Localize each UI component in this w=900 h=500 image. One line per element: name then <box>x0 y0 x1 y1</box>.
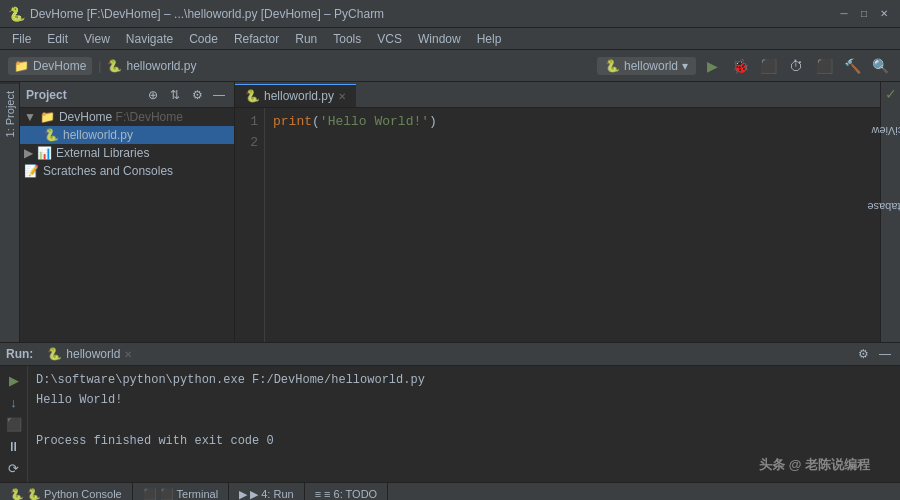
run-button[interactable]: ▶ <box>700 54 724 78</box>
coverage-button[interactable]: ⬛ <box>756 54 780 78</box>
editor-tab-helloworld[interactable]: 🐍 helloworld.py ✕ <box>235 84 356 107</box>
tree-item-helloworld[interactable]: 🐍 helloworld.py <box>20 126 234 144</box>
file-tab-toolbar[interactable]: 🐍 helloworld.py <box>107 59 196 73</box>
menubar: FileEditViewNavigateCodeRefactorRunTools… <box>0 28 900 50</box>
output-line-4: Process finished with exit code 0 <box>36 431 892 451</box>
bottom-tabs: 🐍 🐍 Python Console ⬛ ⬛ Terminal ▶ ▶ 4: R… <box>0 482 900 500</box>
code-line-2 <box>273 133 872 154</box>
line-numbers: 1 2 <box>235 108 265 342</box>
right-strip: ✓ SciView Database <box>880 82 900 342</box>
sciview-tab[interactable]: SciView <box>865 121 900 141</box>
hide-btn[interactable]: — <box>210 86 228 104</box>
minimize-btn[interactable]: ─ <box>836 6 852 22</box>
chevron-down-icon: ▾ <box>682 59 688 73</box>
run-rerun-btn[interactable]: ⟳ <box>4 458 24 478</box>
run-toolbar: Run: 🐍 helloworld ✕ ⚙ — <box>0 343 900 366</box>
menu-item-navigate[interactable]: Navigate <box>118 28 181 50</box>
menu-item-code[interactable]: Code <box>181 28 226 50</box>
expand-icon-ext: ▶ <box>24 146 33 160</box>
tab-label: helloworld.py <box>264 89 334 103</box>
run-down-btn[interactable]: ↓ <box>4 392 24 412</box>
menu-item-help[interactable]: Help <box>469 28 510 50</box>
scratch-icon: 📝 <box>24 164 39 178</box>
database-tab[interactable]: Database <box>861 196 900 216</box>
menu-item-window[interactable]: Window <box>410 28 469 50</box>
close-btn[interactable]: ✕ <box>876 6 892 22</box>
terminal-tab[interactable]: ⬛ ⬛ Terminal <box>133 483 229 501</box>
menu-item-edit[interactable]: Edit <box>39 28 76 50</box>
project-toolbar: Project ⊕ ⇅ ⚙ — <box>20 82 234 108</box>
devhome-label: DevHome F:\DevHome <box>59 110 183 124</box>
title-icon: 🐍 <box>8 6 24 22</box>
run-play-btn[interactable]: ▶ <box>4 370 24 390</box>
project-button[interactable]: 📁 DevHome <box>8 57 92 75</box>
project-icon: 📁 <box>14 59 29 73</box>
ext-lib-label: External Libraries <box>56 146 149 160</box>
py-file-icon: 🐍 <box>44 128 59 142</box>
project-panel: Project ⊕ ⇅ ⚙ — ▼ 📁 DevHome F:\DevHome 🐍… <box>20 82 235 342</box>
folder-icon: 📁 <box>40 110 55 124</box>
run-side-buttons: ▶ ↓ ⬛ ⏸ ⟳ <box>0 366 28 482</box>
run-config-dropdown[interactable]: 🐍 helloworld ▾ <box>597 57 696 75</box>
todo-tab[interactable]: ≡ ≡ 6: TODO <box>305 483 389 501</box>
editor-tabs: 🐍 helloworld.py ✕ <box>235 82 880 108</box>
tab-close-icon[interactable]: ✕ <box>338 91 346 102</box>
maximize-btn[interactable]: □ <box>856 6 872 22</box>
tree-item-scratches[interactable]: 📝 Scratches and Consoles <box>20 162 234 180</box>
run-config-label: helloworld <box>624 59 678 73</box>
file-icon-toolbar: 🐍 <box>107 59 122 73</box>
run-pause-btn[interactable]: ⏸ <box>4 436 24 456</box>
run-label: Run: <box>6 347 33 361</box>
window-controls: ─ □ ✕ <box>836 6 892 22</box>
toolbar: 📁 DevHome | 🐍 helloworld.py 🐍 helloworld… <box>0 50 900 82</box>
settings-btn[interactable]: ⚙ <box>188 86 206 104</box>
run-tab-helloworld[interactable]: 🐍 helloworld ✕ <box>41 347 138 361</box>
line-num-2: 2 <box>235 133 258 154</box>
profile-button[interactable]: ⏱ <box>784 54 808 78</box>
editor-area: 🐍 helloworld.py ✕ 1 2 print('Hello World… <box>235 82 880 342</box>
line-num-1: 1 <box>235 112 258 133</box>
scratches-label: Scratches and Consoles <box>43 164 173 178</box>
checkmark-icon: ✓ <box>881 82 901 106</box>
run-stop-btn[interactable]: ⬛ <box>4 414 24 434</box>
file-label-toolbar: helloworld.py <box>126 59 196 73</box>
menu-item-vcs[interactable]: VCS <box>369 28 410 50</box>
run-config-icon: 🐍 <box>605 59 620 73</box>
main-layout: 1: Project Project ⊕ ⇅ ⚙ — ▼ 📁 DevHome F… <box>0 82 900 342</box>
run-tab-label: helloworld <box>66 347 120 361</box>
code-line-1: print('Hello World!') <box>273 112 872 133</box>
titlebar: 🐍 DevHome [F:\DevHome] – ...\helloworld.… <box>0 0 900 28</box>
run-settings-btn[interactable]: ⚙ <box>854 345 872 363</box>
menu-item-file[interactable]: File <box>4 28 39 50</box>
menu-item-tools[interactable]: Tools <box>325 28 369 50</box>
run-tab-bottom[interactable]: ▶ ▶ 4: Run <box>229 483 304 501</box>
run-hide-btn[interactable]: — <box>876 345 894 363</box>
run-tab-close[interactable]: ✕ <box>124 349 132 360</box>
expand-icon: ▼ <box>24 110 36 124</box>
run-tab-icon: 🐍 <box>47 347 62 361</box>
output-line-1: D:\software\python\python.exe F:/DevHome… <box>36 370 892 390</box>
python-console-tab[interactable]: 🐍 🐍 Python Console <box>0 483 133 501</box>
menu-item-run[interactable]: Run <box>287 28 325 50</box>
add-btn[interactable]: ⊕ <box>144 86 162 104</box>
stop-button[interactable]: ⬛ <box>812 54 836 78</box>
helloworld-label: helloworld.py <box>63 128 133 142</box>
menu-item-view[interactable]: View <box>76 28 118 50</box>
output-line-2: Hello World! <box>36 390 892 410</box>
code-area[interactable]: print('Hello World!') <box>265 108 880 342</box>
project-label: DevHome <box>33 59 86 73</box>
sync-btn[interactable]: ⇅ <box>166 86 184 104</box>
ext-lib-icon: 📊 <box>37 146 52 160</box>
tree-item-ext-libraries[interactable]: ▶ 📊 External Libraries <box>20 144 234 162</box>
debug-button[interactable]: 🐞 <box>728 54 752 78</box>
project-panel-label: Project <box>26 88 140 102</box>
editor-content: 1 2 print('Hello World!') <box>235 108 880 342</box>
build-button[interactable]: 🔨 <box>840 54 864 78</box>
search-button[interactable]: 🔍 <box>868 54 892 78</box>
output-line-3 <box>36 411 892 431</box>
tree-item-devhome[interactable]: ▼ 📁 DevHome F:\DevHome <box>20 108 234 126</box>
separator: | <box>98 59 101 73</box>
menu-item-refactor[interactable]: Refactor <box>226 28 287 50</box>
left-strip: 1: Project <box>0 82 20 342</box>
project-panel-tab[interactable]: 1: Project <box>0 82 20 145</box>
